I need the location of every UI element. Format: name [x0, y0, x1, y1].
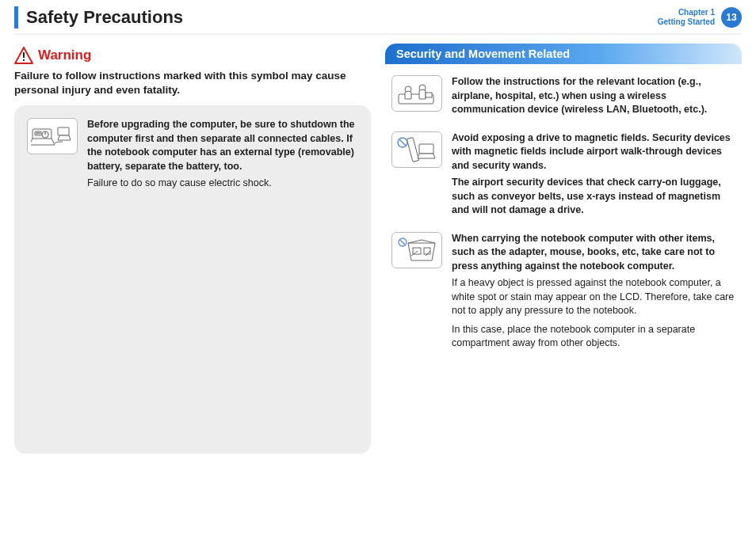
- svg-rect-7: [58, 127, 69, 135]
- precaution-item: When carrying the notebook computer with…: [391, 232, 735, 351]
- precaution-bold: When carrying the notebook computer with…: [452, 232, 735, 274]
- header-right: Chapter 1 Getting Started 13: [658, 7, 742, 28]
- airplane-wireless-icon: [391, 75, 442, 112]
- svg-rect-14: [407, 137, 418, 162]
- header-left: Safety Precautions: [14, 6, 183, 29]
- page-number-badge: 13: [721, 7, 742, 28]
- chapter-label: Chapter 1 Getting Started: [658, 8, 715, 27]
- right-body: Follow the instructions for the relevant…: [385, 64, 742, 351]
- svg-rect-11: [426, 93, 432, 97]
- section-banner: Security and Movement Related: [385, 44, 742, 64]
- chapter-line1: Chapter 1: [658, 8, 715, 17]
- upgrade-shutdown-icon: OFF: [27, 118, 78, 154]
- precaution-text: Follow the instructions for the relevant…: [452, 75, 735, 120]
- title-accent-bar: [14, 6, 18, 29]
- content-columns: Warning Failure to follow instructions m…: [0, 44, 756, 454]
- precaution-text: Before upgrading the computer, be sure t…: [87, 118, 358, 191]
- right-column: Security and Movement Related Follow the…: [385, 44, 742, 454]
- precaution-item: Avoid exposing a drive to magnetic field…: [391, 131, 735, 221]
- svg-rect-15: [419, 144, 433, 154]
- warning-heading: Warning: [14, 47, 371, 64]
- svg-text:OFF: OFF: [36, 132, 40, 135]
- precaution-bold: Follow the instructions for the relevant…: [452, 75, 735, 117]
- precaution-bold-2: The airport security devices that check …: [452, 176, 735, 218]
- left-column: Warning Failure to follow instructions m…: [14, 44, 371, 454]
- precaution-item: Follow the instructions for the relevant…: [391, 75, 735, 120]
- svg-rect-19: [424, 248, 430, 254]
- page-header: Safety Precautions Chapter 1 Getting Sta…: [0, 0, 756, 32]
- page-title: Safety Precautions: [26, 7, 183, 28]
- warning-subtext: Failure to follow instructions marked wi…: [14, 69, 371, 97]
- warning-triangle-icon: [14, 47, 33, 64]
- precaution-item: OFF Before upgrading the computer, be su…: [27, 118, 358, 191]
- precaution-text: Avoid exposing a drive to magnetic field…: [452, 131, 735, 221]
- precaution-text: When carrying the notebook computer with…: [452, 232, 735, 351]
- header-divider: [14, 33, 742, 34]
- precaution-plain-1: If a heavy object is pressed against the…: [452, 276, 735, 318]
- left-card: OFF Before upgrading the computer, be su…: [14, 105, 371, 454]
- precaution-plain: Failure to do so may cause electric shoc…: [87, 177, 358, 191]
- precaution-bold: Before upgrading the computer, be sure t…: [87, 118, 358, 173]
- carrying-bag-icon: [391, 232, 442, 268]
- precaution-bold: Avoid exposing a drive to magnetic field…: [452, 131, 735, 173]
- svg-rect-1: [23, 59, 25, 61]
- magnetic-field-icon: [391, 131, 442, 168]
- precaution-plain-2: In this case, place the notebook compute…: [452, 323, 735, 351]
- chapter-line2: Getting Started: [658, 17, 715, 27]
- warning-label: Warning: [38, 48, 91, 63]
- svg-rect-0: [23, 52, 25, 58]
